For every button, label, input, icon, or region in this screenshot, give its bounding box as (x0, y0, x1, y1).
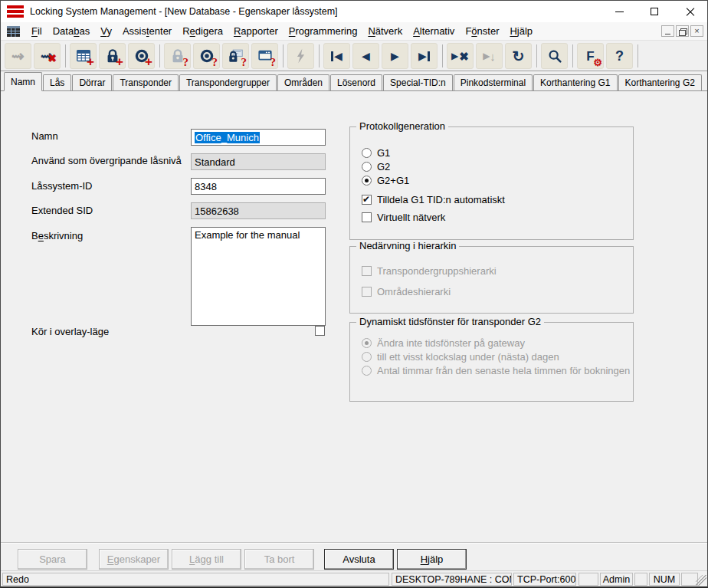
tab-korthantering-g2[interactable]: Korthantering G2 (618, 74, 702, 90)
radio-antal-timmar: Antal timmar från den senaste hela timme… (362, 365, 630, 376)
mdi-close-button[interactable]: × (690, 25, 703, 37)
lagg-till-button[interactable]: Lägg till (172, 549, 241, 570)
checkbox-icon (362, 266, 372, 276)
tab-transpondergrupper[interactable]: Transpondergrupper (179, 74, 277, 90)
namn-input[interactable]: Office_Munich (191, 129, 326, 146)
question-badge-icon: ? (183, 57, 189, 68)
close-button[interactable] (672, 1, 707, 22)
menu-redigera[interactable]: Redigera (177, 24, 228, 38)
read-transponder-button[interactable]: ? (193, 43, 220, 69)
refresh-icon: ↻ (513, 49, 525, 64)
cross-badge-icon: ✖ (48, 53, 57, 64)
question-badge-icon: ? (241, 57, 247, 68)
overlay-mode-checkbox[interactable] (315, 326, 325, 336)
tab-special-tid[interactable]: Special-TID:n (383, 74, 453, 90)
egenskaper-button[interactable]: Egenskaper (99, 549, 169, 570)
menu-rapporter[interactable]: Rapporter (228, 24, 284, 38)
toolbar: ⇝ ⇝✖ + + + (1, 41, 707, 71)
read-network-lock-button[interactable]: ? (222, 43, 249, 69)
checkbox-tilldela-g1-tid[interactable]: Tilldela G1 TID:n automatiskt (362, 194, 505, 205)
hierarki-group: Nedärvning i hierarkin Transpondergrupps… (349, 246, 634, 314)
next-record-button[interactable]: ▶ (382, 43, 408, 69)
question-badge-icon: ? (270, 57, 277, 68)
menu-fil[interactable]: Fil (26, 24, 48, 38)
minimize-icon (615, 11, 624, 12)
hjalp-button[interactable]: Hjälp (397, 549, 467, 570)
mdi-restore-icon (679, 28, 686, 34)
avsluta-button[interactable]: Avsluta (324, 549, 394, 570)
status-empty-2 (634, 573, 647, 586)
status-host: DESKTOP-789HANE : COM(*) (392, 573, 512, 586)
checkbox-icon (362, 212, 372, 222)
log-on-icon: ⇝ (11, 48, 25, 64)
menu-natverk[interactable]: Nätverk (362, 24, 408, 38)
filter-settings-button[interactable]: F⚙ (577, 43, 604, 69)
menu-assistenter[interactable]: Assistenter (117, 24, 177, 38)
tab-losenord[interactable]: Lösenord (330, 74, 382, 90)
radio-g2-g1[interactable]: G2+G1 (362, 175, 409, 186)
new-lock-button[interactable]: + (99, 43, 126, 69)
tab-pinkodsterminal[interactable]: Pinkodsterminal (454, 74, 533, 90)
beskrivning-textarea[interactable]: Example for the manual (191, 227, 326, 326)
previous-record-icon: ◀ (362, 51, 370, 61)
mdi-minimize-button[interactable] (661, 25, 674, 37)
next-record-icon: ▶ (391, 51, 399, 61)
radio-icon (362, 148, 372, 158)
checkbox-omradeshierarki: Områdeshierarki (362, 286, 451, 297)
tab-namn[interactable]: Namn (4, 72, 42, 91)
app-window: Locking System Management - [New Databas… (0, 0, 708, 588)
tab-omraden[interactable]: Områden (277, 74, 329, 90)
status-user: Admin (600, 573, 633, 586)
remove-record-button[interactable]: ▶✖ (447, 43, 474, 69)
tab-transponder[interactable]: Transponder (113, 74, 179, 90)
radio-andra-inte-tidsfonster: Ändra inte tidsfönster på gateway (362, 337, 525, 349)
spara-button[interactable]: Spara (18, 549, 87, 570)
checkbox-virtuellt-natverk[interactable]: Virtuellt nätverk (362, 212, 445, 223)
radio-g1[interactable]: G1 (362, 147, 390, 159)
radio-g2[interactable]: G2 (362, 161, 390, 172)
remove-record-icon: ✖ (459, 51, 469, 62)
document-icon (7, 26, 20, 37)
plus-badge-icon: + (116, 55, 123, 68)
checkbox-checked-icon (362, 195, 372, 205)
protokollgeneration-group: Protokollgeneration G1 G2 G2+G1 Tilldela… (349, 126, 634, 240)
help-button[interactable]: ? (606, 43, 633, 69)
last-record-button[interactable]: ▶ (411, 43, 438, 69)
tab-las[interactable]: Lås (43, 74, 71, 90)
program-button[interactable] (287, 43, 314, 69)
resize-grip[interactable] (696, 575, 706, 586)
lassystem-id-input[interactable]: 8348 (191, 178, 326, 195)
status-empty-1 (579, 573, 598, 586)
read-lock-button[interactable]: ? (164, 43, 191, 69)
menu-programmering[interactable]: Programmering (284, 24, 363, 38)
checkbox-icon (362, 287, 372, 297)
log-on-button[interactable]: ⇝ (5, 43, 31, 69)
first-record-button[interactable]: ◀ (323, 43, 350, 69)
goto-record-button[interactable]: ▶↓ (476, 43, 503, 69)
maximize-button[interactable] (637, 1, 672, 22)
read-dialog-button[interactable]: ? (251, 43, 278, 69)
menu-databas[interactable]: Databas (48, 24, 95, 38)
menu-vy[interactable]: Vy (95, 24, 117, 38)
ta-bort-button[interactable]: Ta bort (244, 549, 314, 570)
refresh-button[interactable]: ↻ (505, 43, 532, 69)
extended-sid-label: Extended SID (31, 205, 93, 216)
status-tcp-port: TCP-Port:6001 (513, 573, 576, 586)
menu-alternativ[interactable]: Alternativ (408, 24, 460, 38)
radio-selected-icon (362, 176, 372, 186)
mdi-restore-button[interactable] (676, 25, 689, 37)
previous-record-button[interactable]: ◀ (352, 43, 379, 69)
minimize-button[interactable] (601, 1, 637, 22)
search-button[interactable] (541, 43, 568, 69)
tab-korthantering-g1[interactable]: Korthantering G1 (533, 74, 617, 90)
new-transponder-button[interactable]: + (128, 43, 155, 69)
window-title: Locking System Management - [New Databas… (30, 6, 338, 17)
menu-fonster[interactable]: Fönster (460, 24, 504, 38)
extended-sid-input: 15862638 (191, 202, 326, 219)
menu-hjalp[interactable]: Hjälp (504, 24, 538, 38)
new-locking-system-button[interactable]: + (70, 43, 97, 69)
namn-label: Namn (31, 130, 58, 142)
tab-dorrar[interactable]: Dörrar (72, 74, 112, 90)
status-num-lock: NUM (649, 573, 680, 586)
log-off-button[interactable]: ⇝✖ (34, 43, 61, 69)
